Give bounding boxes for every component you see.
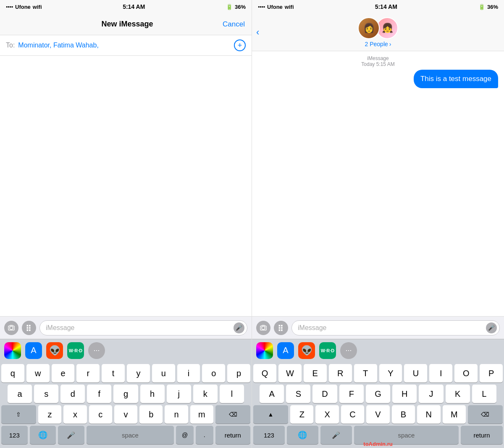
key-k[interactable]: k: [193, 385, 218, 403]
key-z[interactable]: z: [38, 405, 61, 424]
key-v[interactable]: v: [114, 405, 137, 424]
message-placeholder-right: iMessage: [298, 324, 484, 332]
key-A[interactable]: A: [260, 385, 284, 403]
key-P[interactable]: P: [480, 364, 503, 383]
key-Z[interactable]: Z: [290, 405, 313, 424]
at-key-left[interactable]: @: [176, 426, 194, 444]
appstore-icon-left[interactable]: A: [25, 342, 42, 359]
key-U[interactable]: U: [404, 364, 427, 383]
key-S[interactable]: S: [286, 385, 310, 403]
key-l[interactable]: l: [220, 385, 244, 403]
back-button[interactable]: ‹: [256, 27, 259, 38]
key-n[interactable]: n: [165, 405, 188, 424]
key-b[interactable]: b: [139, 405, 163, 424]
app-button-right[interactable]: [274, 321, 288, 335]
space-key-left[interactable]: space: [87, 426, 174, 444]
key-h[interactable]: h: [140, 385, 165, 403]
dot-key-left[interactable]: .: [196, 426, 213, 444]
return-key-right[interactable]: return: [461, 426, 503, 444]
shift-key-left[interactable]: ⇧: [1, 405, 36, 424]
svg-point-1: [262, 326, 265, 330]
numbers-key-left[interactable]: 123: [1, 426, 28, 444]
key-j[interactable]: j: [167, 385, 191, 403]
key-row-2-left: a s d f g h j k l: [1, 385, 250, 403]
key-y[interactable]: y: [127, 364, 150, 383]
mic-button-right[interactable]: 🎤: [486, 322, 497, 333]
key-D[interactable]: D: [312, 385, 337, 403]
key-G[interactable]: G: [366, 385, 390, 403]
key-I[interactable]: I: [429, 364, 452, 383]
camera-button-left[interactable]: [4, 321, 18, 335]
appstore-icon-right[interactable]: A: [277, 342, 294, 359]
key-M[interactable]: M: [443, 405, 466, 424]
key-J[interactable]: J: [419, 385, 443, 403]
key-N[interactable]: N: [417, 405, 440, 424]
numbers-key-right[interactable]: 123: [253, 426, 285, 444]
word-icon-right[interactable]: W·R·D: [319, 342, 336, 359]
emoji-key-right[interactable]: 🌐: [287, 426, 318, 444]
group-nav: ‹ 👩 👧 2 People ›: [252, 13, 504, 51]
key-s[interactable]: s: [34, 385, 58, 403]
photos-app-icon-left[interactable]: [4, 342, 21, 359]
message-input-left[interactable]: iMessage 🎤: [39, 320, 247, 335]
word-icon-left[interactable]: W·R·D: [67, 342, 84, 359]
message-placeholder-left: iMessage: [46, 324, 232, 332]
key-a[interactable]: a: [8, 385, 32, 403]
key-E[interactable]: E: [304, 364, 327, 383]
more-apps-button-left[interactable]: ···: [88, 342, 105, 359]
key-x[interactable]: x: [63, 405, 87, 424]
mic-key-right[interactable]: 🎤: [320, 426, 352, 444]
key-m[interactable]: m: [190, 405, 213, 424]
add-recipient-button[interactable]: +: [234, 39, 246, 51]
delete-key-right[interactable]: ⌫: [468, 405, 503, 424]
key-o[interactable]: o: [202, 364, 225, 383]
keyboard-left: q w e r t y u i o p a s d f g h j k l ⇧ …: [0, 362, 252, 448]
mic-button-left[interactable]: 🎤: [234, 322, 244, 333]
key-t[interactable]: t: [102, 364, 125, 383]
photos-app-icon-right[interactable]: [256, 342, 273, 359]
key-O[interactable]: O: [454, 364, 478, 383]
key-u[interactable]: u: [152, 364, 175, 383]
message-input-right[interactable]: iMessage 🎤: [291, 320, 500, 335]
message-bubble: This is a test message: [414, 70, 498, 88]
delete-key-left[interactable]: ⌫: [215, 405, 250, 424]
key-p[interactable]: p: [227, 364, 250, 383]
cancel-button[interactable]: Cancel: [223, 20, 245, 29]
avatar-1-inner: 👩: [359, 18, 379, 38]
camera-button-right[interactable]: [256, 321, 270, 335]
mic-key-left[interactable]: 🎤: [58, 426, 84, 444]
group-label[interactable]: 2 People ›: [365, 41, 391, 47]
key-f[interactable]: f: [87, 385, 111, 403]
key-c[interactable]: c: [89, 405, 112, 424]
key-W[interactable]: W: [278, 364, 302, 383]
key-Y[interactable]: Y: [379, 364, 402, 383]
key-e[interactable]: e: [52, 364, 75, 383]
key-B[interactable]: B: [392, 405, 415, 424]
to-recipients[interactable]: Mominator, Fatima Wahab,: [18, 42, 234, 49]
key-F[interactable]: F: [339, 385, 364, 403]
key-q[interactable]: q: [1, 364, 24, 383]
shift-key-right[interactable]: ▲: [253, 405, 288, 424]
app-button-left[interactable]: [22, 321, 36, 335]
key-H[interactable]: H: [392, 385, 417, 403]
emoji-key-left[interactable]: 🌐: [30, 426, 56, 444]
reddit-icon-right[interactable]: 👽: [298, 342, 315, 359]
key-g[interactable]: g: [113, 385, 138, 403]
status-left-right: ▪▪▪▪ Ufone wifi: [258, 4, 294, 10]
key-i[interactable]: i: [177, 364, 200, 383]
key-r[interactable]: r: [76, 364, 100, 383]
key-C[interactable]: C: [341, 405, 364, 424]
key-V[interactable]: V: [366, 405, 389, 424]
more-apps-button-right[interactable]: ···: [340, 342, 357, 359]
key-Q[interactable]: Q: [253, 364, 276, 383]
return-key-left[interactable]: return: [215, 426, 250, 444]
key-X[interactable]: X: [315, 405, 339, 424]
reddit-icon-left[interactable]: 👽: [46, 342, 63, 359]
space-key-right[interactable]: space: [354, 426, 459, 444]
key-w[interactable]: w: [26, 364, 50, 383]
key-L[interactable]: L: [472, 385, 496, 403]
key-R[interactable]: R: [329, 364, 352, 383]
key-d[interactable]: d: [60, 385, 85, 403]
key-K[interactable]: K: [446, 385, 470, 403]
key-T[interactable]: T: [354, 364, 377, 383]
